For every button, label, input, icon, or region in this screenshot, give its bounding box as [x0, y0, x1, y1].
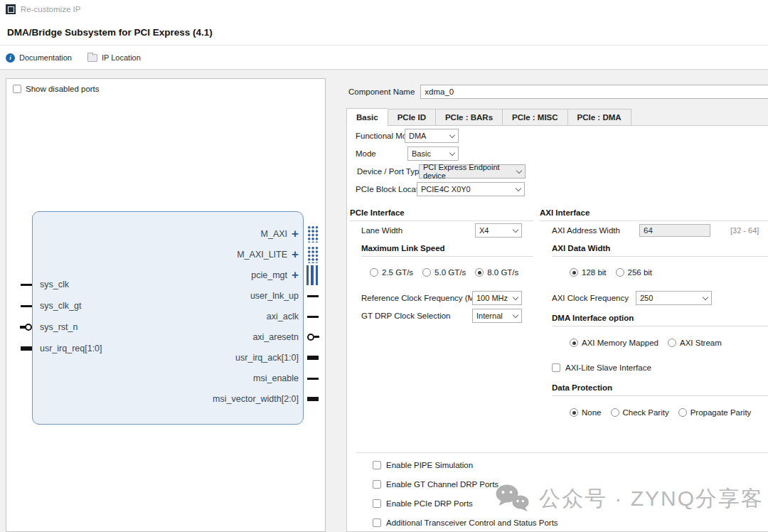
port-label: M_AXI	[261, 229, 288, 239]
port-m-axi: M_AXI+	[33, 227, 303, 241]
radio-8-0-gt-s[interactable]: 8.0 GT/s	[475, 268, 518, 277]
axi-data-width-title: AXI Data Width	[552, 244, 768, 257]
radio-icon	[570, 408, 578, 417]
tab-bar: BasicPCIe IDPCIe : BARsPCIe : MISCPCIe :…	[346, 108, 631, 126]
port-label: pcie_mgt	[251, 270, 287, 280]
checkbox-label: Enable GT Channel DRP Ports	[386, 480, 498, 489]
radio-check-parity[interactable]: Check Parity	[611, 408, 669, 417]
chevron-down-icon	[516, 185, 521, 191]
radio-5-0-gt-s[interactable]: 5.0 GT/s	[422, 268, 466, 277]
tab-pcie-bars[interactable]: PCIe : BARs	[435, 109, 502, 126]
radio-axi-memory-mapped[interactable]: AXI Memory Mapped	[570, 339, 658, 347]
mode-label: Mode	[356, 149, 376, 158]
component-name-input[interactable]	[420, 85, 768, 99]
port-msi-vector-width-2-0: msi_vector_width[2:0]	[33, 392, 303, 406]
checkbox-enable-pipe-simulation[interactable]: Enable PIPE Simulation	[373, 458, 473, 472]
tab-pcie-id[interactable]: PCIe ID	[388, 109, 435, 126]
component-name-label: Component Name	[348, 87, 415, 96]
ref-clock-row: Reference Clock Frequency (MHz)	[361, 290, 487, 306]
radio-128-bit[interactable]: 128 bit	[570, 268, 607, 277]
radio-label: Check Parity	[623, 408, 669, 417]
dma-interface-radio-group: AXI Memory MappedAXI Stream	[570, 336, 722, 349]
axi-addr-width-label: AXI Address Width	[552, 226, 620, 235]
checkbox-icon	[373, 518, 381, 527]
radio-256-bit[interactable]: 256 bit	[616, 268, 653, 277]
port-label: usr_irq_ack[1:0]	[235, 353, 299, 363]
show-disabled-ports-checkbox[interactable]: Show disabled ports	[13, 85, 100, 93]
pcie-block-location-select[interactable]: PCIE4C X0Y0	[417, 182, 525, 196]
functional-mode-select[interactable]: DMA	[405, 129, 459, 143]
radio-label: 128 bit	[582, 268, 607, 277]
radio-axi-stream[interactable]: AXI Stream	[668, 339, 722, 347]
lane-width-label: Lane Width	[361, 226, 402, 235]
bus-pin-icon	[21, 346, 32, 351]
axi-addr-width-row: AXI Address Width	[552, 223, 620, 238]
dotted-bus-icon	[307, 246, 319, 263]
gt-drp-value: Internal	[476, 312, 503, 320]
radio-propagate-parity[interactable]: Propagate Parity	[678, 408, 752, 417]
chevron-down-icon	[449, 149, 455, 155]
device-port-type-row: Device / Port Type	[357, 164, 424, 179]
axi-lite-slave-checkbox[interactable]: AXI-Lite Slave Interface	[552, 361, 651, 375]
page-title: DMA/Bridge Subsystem for PCI Express (4.…	[7, 27, 213, 38]
scalar-pin-icon	[21, 284, 32, 286]
radio-none[interactable]: None	[570, 408, 602, 417]
radio-label: Propagate Parity	[690, 408, 752, 417]
radio-label: 8.0 GT/s	[487, 268, 518, 277]
divider	[356, 452, 768, 453]
tab-pcie-dma[interactable]: PCIe : DMA	[567, 109, 631, 126]
documentation-button[interactable]: i Documentation	[6, 53, 72, 63]
dotted-bus-icon	[307, 225, 319, 243]
active-low-ring-icon	[307, 334, 314, 341]
folder-icon	[87, 54, 97, 62]
ip-core-block: sys_clksys_clk_gtsys_rst_nusr_irq_req[1:…	[32, 211, 304, 425]
pin-icon	[314, 336, 319, 338]
expand-plus-icon[interactable]: +	[292, 272, 299, 279]
mode-select[interactable]: Basic	[407, 147, 459, 161]
tab-basic[interactable]: Basic	[346, 108, 388, 126]
radio-label: AXI Memory Mapped	[582, 339, 658, 347]
radio-2-5-gt-s[interactable]: 2.5 GT/s	[370, 268, 413, 277]
checkbox-label: Enable PCIe DRP Ports	[386, 499, 473, 508]
lane-width-select[interactable]: X4	[475, 223, 522, 238]
chevron-down-icon	[513, 226, 518, 232]
radio-icon	[611, 408, 619, 417]
radio-icon	[570, 339, 578, 347]
expand-plus-icon[interactable]: +	[292, 230, 299, 238]
gt-drp-select[interactable]: Internal	[472, 309, 522, 323]
axi-clock-freq-value: 250	[640, 294, 653, 302]
gt-drp-row: GT DRP Clock Selection	[361, 308, 450, 324]
chevron-down-icon	[703, 294, 708, 299]
radio-icon	[422, 268, 431, 277]
radio-icon	[678, 408, 687, 417]
chevron-down-icon	[449, 132, 455, 137]
port-label: msi_enable	[253, 373, 299, 383]
radio-label: AXI Stream	[680, 339, 722, 347]
tab-pcie-misc[interactable]: PCIe : MISC	[502, 109, 567, 126]
mode-value: Basic	[412, 149, 431, 158]
lane-width-value: X4	[479, 226, 489, 235]
component-name-row: Component Name	[348, 84, 768, 99]
divider	[0, 45, 768, 46]
checkbox-enable-pcie-drp-ports[interactable]: Enable PCIe DRP Ports	[373, 496, 473, 511]
port-label: M_AXI_LITE	[237, 250, 287, 260]
radio-icon	[370, 268, 378, 277]
dialog-title: Re-customize IP	[21, 5, 80, 14]
ip-location-button[interactable]: IP Location	[87, 53, 141, 62]
bus-pin-icon	[307, 397, 319, 401]
ref-clock-select[interactable]: 100 MHz	[472, 291, 522, 305]
checkbox-additional-transceiver-control-and-status-ports[interactable]: Additional Transceiver Control and Statu…	[373, 516, 558, 530]
axi-clock-freq-select[interactable]: 250	[636, 291, 712, 305]
port-label: user_lnk_up	[250, 291, 299, 301]
bus-pin-icon	[307, 356, 319, 360]
axi-addr-width-range: [32 - 64]	[730, 226, 759, 235]
checkbox-enable-gt-channel-drp-ports[interactable]: Enable GT Channel DRP Ports	[373, 477, 498, 491]
radio-label: 5.0 GT/s	[434, 268, 466, 277]
radio-label: None	[582, 408, 602, 417]
expand-plus-icon[interactable]: +	[292, 251, 299, 258]
radio-icon	[668, 339, 676, 347]
checkbox-label: Additional Transceiver Control and Statu…	[386, 518, 558, 527]
port-m-axi-lite: M_AXI_LITE+	[33, 248, 303, 262]
data-protection-radio-group: NoneCheck ParityPropagate Parity	[570, 406, 751, 419]
striped-bus-icon	[306, 265, 319, 285]
